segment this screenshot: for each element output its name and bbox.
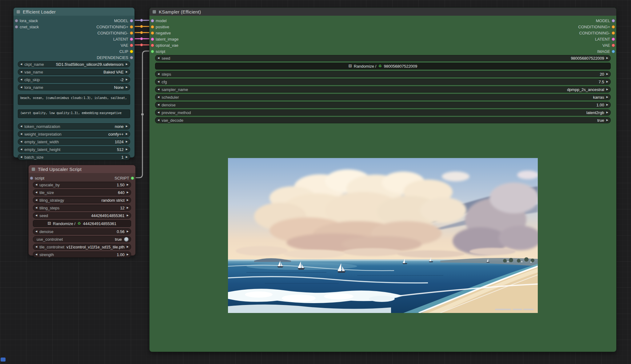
script-port-icon[interactable] (151, 50, 154, 53)
decrement-arrow-icon[interactable]: ◀ (158, 111, 159, 114)
increment-arrow-icon[interactable]: ▶ (126, 148, 128, 151)
preview-method-widget[interactable]: ◀preview_methodlatent2rgb▶ (155, 109, 611, 116)
increment-arrow-icon[interactable]: ▶ (126, 86, 128, 89)
scheduler-widget[interactable]: ◀schedulerkarras▶ (155, 94, 611, 100)
cfg-widget[interactable]: ◀cfg7.5▶ (155, 79, 611, 85)
increment-arrow-icon[interactable]: ▶ (127, 230, 129, 233)
token-normalization-widget[interactable]: ◀token_normalizationnone▶ (18, 123, 130, 129)
VAE-output-slot[interactable]: VAE (602, 43, 615, 48)
decrement-arrow-icon[interactable]: ◀ (35, 199, 37, 201)
decrement-arrow-icon[interactable]: ◀ (20, 140, 22, 143)
increment-arrow-icon[interactable]: ▶ (606, 119, 608, 121)
clip-skip-widget[interactable]: ◀clip_skip-2▶ (18, 77, 130, 83)
link-midpoint-dot[interactable] (140, 25, 143, 28)
steps-widget[interactable]: ◀steps20▶ (155, 71, 611, 77)
IMAGE-port-icon[interactable] (612, 50, 615, 53)
decrement-arrow-icon[interactable]: ◀ (158, 96, 159, 98)
decrement-arrow-icon[interactable]: ◀ (35, 214, 37, 217)
use-controlnet-widget[interactable]: use_controlnettrue (33, 236, 131, 242)
DEPENDENCIES-output-slot[interactable]: DEPENDENCIES (97, 55, 133, 60)
positive-port-icon[interactable] (151, 25, 154, 29)
node-tiled-upscaler-script[interactable]: Tiled Upscaler Script scriptSCRIPT ◀upsc… (28, 165, 136, 256)
CLIP-output-slot[interactable]: CLIP (119, 49, 133, 54)
link-midpoint-dot[interactable] (140, 38, 143, 40)
LATENT-output-slot[interactable]: LATENT (595, 37, 615, 42)
CLIP-port-icon[interactable] (130, 50, 133, 53)
node-collapse-icon[interactable] (17, 10, 20, 14)
MODEL-output-slot[interactable]: MODEL (596, 18, 615, 23)
decrement-arrow-icon[interactable]: ◀ (35, 184, 37, 186)
CONDITIONING+-output-slot[interactable]: CONDITIONING+ (578, 25, 615, 29)
empty-latent-height-widget[interactable]: ◀empty_latent_height512▶ (18, 146, 130, 152)
increment-arrow-icon[interactable]: ▶ (127, 246, 129, 248)
randomize-seed-button[interactable]: ⚄Randomize /♻980056807522009 (155, 63, 611, 69)
decrement-arrow-icon[interactable]: ◀ (20, 133, 22, 135)
positive-input-slot[interactable]: positive (151, 25, 169, 29)
toggle-knob-icon[interactable] (124, 237, 129, 242)
increment-arrow-icon[interactable]: ▶ (127, 199, 129, 201)
sampler-name-widget[interactable]: ◀sampler_namedpmpp_2s_ancestral▶ (155, 86, 611, 93)
tile-size-widget[interactable]: ◀tile_size640▶ (33, 189, 131, 196)
link-midpoint-dot[interactable] (140, 31, 143, 34)
link-midpoint-dot[interactable] (141, 113, 144, 116)
model-input-slot[interactable]: model (151, 18, 166, 23)
ckpt-name-widget[interactable]: ◀ckpt_nameSD1.5\sdSilicon_silicon29.safe… (18, 61, 130, 67)
VAE-port-icon[interactable] (612, 44, 615, 47)
script-input-slot[interactable]: script (30, 176, 44, 180)
decrement-arrow-icon[interactable]: ◀ (20, 148, 22, 151)
increment-arrow-icon[interactable]: ▶ (126, 63, 128, 65)
node-collapse-icon[interactable] (153, 10, 156, 14)
seed-widget[interactable]: ◀seed444264914855361▶ (33, 212, 131, 219)
DEPENDENCIES-port-icon[interactable] (130, 56, 133, 59)
lora_stack-port-icon[interactable] (15, 19, 18, 22)
increment-arrow-icon[interactable]: ▶ (606, 104, 608, 106)
node-header[interactable]: Efficient Loader (14, 8, 134, 16)
increment-arrow-icon[interactable]: ▶ (606, 57, 608, 59)
vae-decode-widget[interactable]: ◀vae_decodetrue▶ (155, 117, 611, 123)
optional_vae-port-icon[interactable] (151, 44, 154, 47)
decrement-arrow-icon[interactable]: ◀ (158, 73, 159, 75)
decrement-arrow-icon[interactable]: ◀ (35, 246, 37, 248)
CONDITIONING--output-slot[interactable]: CONDITIONING- (579, 31, 615, 35)
denoise-widget[interactable]: ◀denoise0.56▶ (33, 228, 131, 235)
tile-controlnet-widget[interactable]: ◀tile_controlnetv11\control_v11f1e_sd15_… (33, 244, 131, 250)
decrement-arrow-icon[interactable]: ◀ (35, 207, 37, 209)
negative-port-icon[interactable] (151, 31, 154, 35)
LATENT-port-icon[interactable] (130, 38, 133, 41)
LATENT-port-icon[interactable] (612, 38, 615, 41)
VAE-output-slot[interactable]: VAE (121, 43, 133, 48)
increment-arrow-icon[interactable]: ▶ (127, 184, 129, 186)
denoise-widget[interactable]: ◀denoise1.00▶ (155, 102, 611, 108)
decrement-arrow-icon[interactable]: ◀ (20, 125, 22, 128)
increment-arrow-icon[interactable]: ▶ (126, 125, 128, 128)
CONDITIONING--port-icon[interactable] (130, 31, 133, 35)
MODEL-port-icon[interactable] (612, 19, 615, 22)
SCRIPT-port-icon[interactable] (131, 176, 134, 180)
increment-arrow-icon[interactable]: ▶ (127, 253, 129, 256)
CONDITIONING--port-icon[interactable] (612, 31, 615, 35)
script-port-icon[interactable] (30, 176, 33, 180)
node-ksampler-efficient[interactable]: KSampler (Efficient) modelMODELpositiveC… (149, 7, 617, 352)
CONDITIONING+-port-icon[interactable] (130, 25, 133, 29)
tiling-steps-widget[interactable]: ◀tiling_steps12▶ (33, 205, 131, 211)
decrement-arrow-icon[interactable]: ◀ (158, 81, 159, 83)
decrement-arrow-icon[interactable]: ◀ (20, 156, 22, 158)
decrement-arrow-icon[interactable]: ◀ (158, 104, 159, 106)
increment-arrow-icon[interactable]: ▶ (606, 73, 608, 75)
node-header[interactable]: Tiled Upscaler Script (29, 165, 135, 173)
decrement-arrow-icon[interactable]: ◀ (35, 230, 37, 233)
CONDITIONING+-output-slot[interactable]: CONDITIONING+ (96, 25, 133, 29)
decrement-arrow-icon[interactable]: ◀ (158, 57, 159, 59)
LATENT-output-slot[interactable]: LATENT (113, 37, 133, 42)
randomize-seed-button[interactable]: ⚄Randomize /♻444264914855361 (33, 220, 131, 227)
node-graph-canvas[interactable]: Efficient Loader lora_stackMODELcnet_sta… (0, 0, 631, 364)
link-midpoint-dot[interactable] (140, 19, 143, 22)
decrement-arrow-icon[interactable]: ◀ (35, 191, 37, 194)
increment-arrow-icon[interactable]: ▶ (606, 111, 608, 114)
tiling-strategy-widget[interactable]: ◀tiling_strategyrandom strict▶ (33, 197, 131, 203)
CONDITIONING--output-slot[interactable]: CONDITIONING- (98, 31, 133, 35)
increment-arrow-icon[interactable]: ▶ (127, 214, 129, 217)
model-port-icon[interactable] (151, 19, 154, 22)
script-input-slot[interactable]: script (151, 49, 165, 54)
CONDITIONING+-port-icon[interactable] (612, 25, 615, 29)
